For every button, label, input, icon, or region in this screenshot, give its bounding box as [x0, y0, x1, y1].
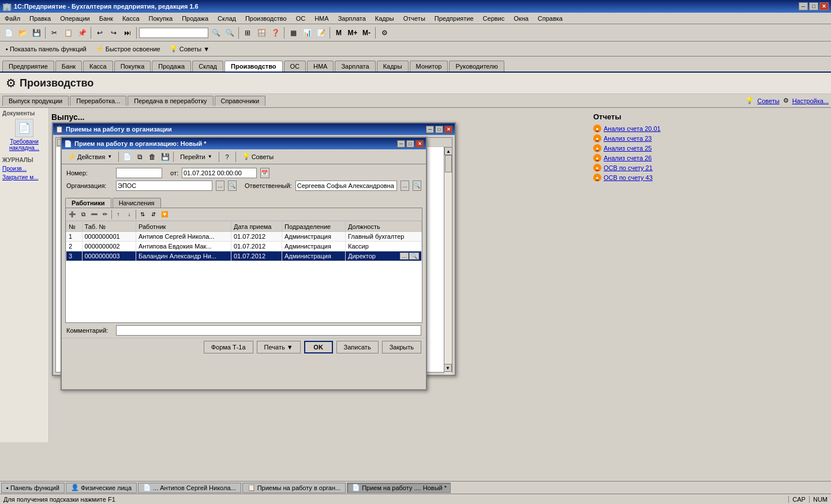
menu-staff[interactable]: Кадры — [373, 15, 396, 22]
menu-enterprise[interactable]: Предприятие — [432, 15, 476, 22]
goto-btn[interactable]: Перейти — [176, 151, 216, 163]
menu-warehouse[interactable]: Склад — [215, 15, 238, 22]
inner-maximize-btn[interactable]: □ — [406, 140, 414, 148]
inner-minimize-btn[interactable]: ─ — [397, 140, 405, 148]
tb-paste[interactable]: 📌 — [76, 27, 88, 39]
save-btn[interactable]: Записать — [336, 341, 379, 353]
tb-mplus[interactable]: M+ — [346, 27, 359, 39]
taskbar-item-panel[interactable]: ▪ Панель функций — [1, 483, 65, 493]
tb-chart[interactable]: 📊 — [301, 27, 313, 39]
menu-help[interactable]: Справка — [536, 15, 565, 22]
report-link-2[interactable]: ● Анализ счета 25 — [593, 144, 826, 152]
pos-search-btn[interactable]: 🔍 — [409, 253, 419, 259]
tab-bank[interactable]: Банк — [55, 61, 82, 72]
close-btn[interactable]: ✕ — [819, 2, 829, 10]
outer-scroll-up[interactable]: ▲ — [444, 147, 452, 155]
inner-tb-new[interactable]: 📄 — [121, 151, 133, 163]
menu-purchase[interactable]: Покупка — [147, 15, 175, 22]
menu-nma[interactable]: НМА — [312, 15, 331, 22]
workers-table-scroll[interactable]: № Таб. № Работник Дата приема Подразделе… — [66, 221, 422, 322]
taskbar-item-reception-list[interactable]: 📋 Приемы на работу в орган... — [242, 483, 346, 493]
table-add-icon[interactable]: ➕ — [67, 209, 77, 220]
tb-cut[interactable]: ✂ — [48, 27, 61, 39]
form-t1a-btn[interactable]: Форма Т-1а — [204, 341, 253, 353]
taskbar-item-antipov[interactable]: 📄 ... Антипов Сергей Никола... — [138, 483, 241, 493]
table-edit-icon[interactable]: ✏ — [100, 209, 110, 220]
tb-new[interactable]: 📄 — [2, 27, 15, 39]
menu-windows[interactable]: Окна — [511, 15, 531, 22]
org-input[interactable] — [116, 180, 212, 191]
pos-dots-btn[interactable]: … — [400, 253, 409, 259]
tb-undo[interactable]: ↩ — [93, 27, 106, 39]
menu-bank[interactable]: Банк — [97, 15, 115, 22]
tab-staff[interactable]: Кадры — [377, 61, 409, 72]
menu-salary[interactable]: Зарплата — [336, 15, 368, 22]
date-input[interactable] — [182, 168, 257, 178]
sub-tab-transfer[interactable]: Передача в переработку — [128, 96, 213, 106]
table-row[interactable]: 2 0000000002 Антипова Евдокия Мак... 01.… — [66, 242, 422, 251]
menu-reports[interactable]: Отчеты — [401, 15, 428, 22]
actions-btn[interactable]: ⚡ Действия — [64, 151, 116, 163]
org-search-btn[interactable]: 🔍 — [228, 180, 237, 191]
table-down-icon[interactable]: ↓ — [124, 209, 134, 220]
quick-learn-btn[interactable]: ⚡ Быстрое освоение — [92, 44, 164, 54]
tips-btn[interactable]: 💡 Советы ▼ — [166, 44, 213, 54]
close-link[interactable]: Закрытие м... — [2, 174, 46, 180]
tb-mminus[interactable]: M- — [360, 27, 373, 39]
table-addcopy-icon[interactable]: ⧉ — [78, 209, 88, 220]
tab-os[interactable]: ОС — [284, 61, 306, 72]
menu-edit[interactable]: Правка — [27, 15, 53, 22]
sub-tab-processing[interactable]: Переработка... — [70, 96, 126, 106]
prod-link[interactable]: Произв... — [2, 166, 46, 172]
date-picker-btn[interactable]: 📅 — [260, 168, 269, 178]
close-dialog-btn[interactable]: Закрыть — [382, 341, 421, 353]
tb-doc[interactable]: 📝 — [315, 27, 327, 39]
tb-window[interactable]: 🪟 — [255, 27, 268, 39]
tb-help[interactable]: ❓ — [269, 27, 282, 39]
tab-cash[interactable]: Касса — [83, 61, 113, 72]
report-link-1[interactable]: ● Анализ счета 23 — [593, 134, 826, 142]
outer-dialog-title-bar[interactable]: 📋 Приемы на работу в организации ─ □ ✕ — [53, 123, 455, 135]
outer-scroll-down[interactable]: ▼ — [444, 364, 452, 372]
taskbar-item-persons[interactable]: 👤 Физические лица — [66, 483, 137, 493]
tab-monitor[interactable]: Монитор — [410, 61, 448, 72]
inner-tb-help[interactable]: ? — [222, 151, 233, 163]
tb-grid[interactable]: ⊞ — [241, 27, 254, 39]
inner-dialog-title-bar[interactable]: 📄 Прием на работу в организацию: Новый *… — [62, 138, 426, 149]
inner-tab-accruals[interactable]: Начисления — [113, 198, 161, 208]
req-link[interactable]: Требовани накладна... — [2, 138, 46, 151]
inner-close-btn[interactable]: ✕ — [415, 140, 424, 148]
comment-input[interactable] — [116, 325, 421, 336]
minimize-btn[interactable]: ─ — [799, 2, 808, 10]
report-link-4[interactable]: ● ОСВ по счету 21 — [593, 164, 826, 172]
resp-input[interactable] — [295, 180, 397, 191]
table-row[interactable]: 3 0000000003 Баландин Александр Ни... 01… — [66, 251, 422, 261]
menu-service[interactable]: Сервис — [481, 15, 507, 22]
sub-tab-output[interactable]: Выпуск продукции — [2, 96, 69, 106]
search-input[interactable] — [139, 28, 208, 38]
tab-purchase[interactable]: Покупка — [114, 61, 151, 72]
outer-minimize-btn[interactable]: ─ — [426, 126, 434, 133]
resp-dots-btn[interactable]: … — [400, 180, 409, 191]
tb-copy[interactable]: 📋 — [62, 27, 74, 39]
tb-settings[interactable]: ⚙ — [378, 27, 391, 39]
org-dots-btn[interactable]: … — [216, 180, 224, 191]
ok-btn[interactable]: OK — [304, 341, 333, 353]
tb-table[interactable]: ▦ — [287, 27, 300, 39]
outer-maximize-btn[interactable]: □ — [435, 126, 443, 133]
inner-tb-save[interactable]: 💾 — [159, 151, 171, 163]
report-link-5[interactable]: ● ОСВ по счету 43 — [593, 174, 826, 182]
menu-production[interactable]: Производство — [243, 15, 289, 22]
maximize-btn[interactable]: □ — [809, 2, 818, 10]
tb-search2[interactable]: 🔍 — [223, 27, 236, 39]
sub-tab-directories[interactable]: Справочники — [215, 96, 266, 106]
table-delete-icon[interactable]: ➖ — [89, 209, 99, 220]
menu-os[interactable]: ОС — [294, 15, 308, 22]
show-panel-btn[interactable]: ▪ Показать панель функций — [2, 44, 90, 54]
tab-enterprise[interactable]: Предприятие — [2, 61, 54, 72]
sovety-btn[interactable]: 💡 Советы — [238, 151, 278, 163]
table-up-icon[interactable]: ↑ — [113, 209, 123, 220]
menu-file[interactable]: Файл — [2, 15, 23, 22]
print-btn[interactable]: Печать ▼ — [257, 341, 301, 353]
menu-cash[interactable]: Касса — [120, 15, 142, 22]
